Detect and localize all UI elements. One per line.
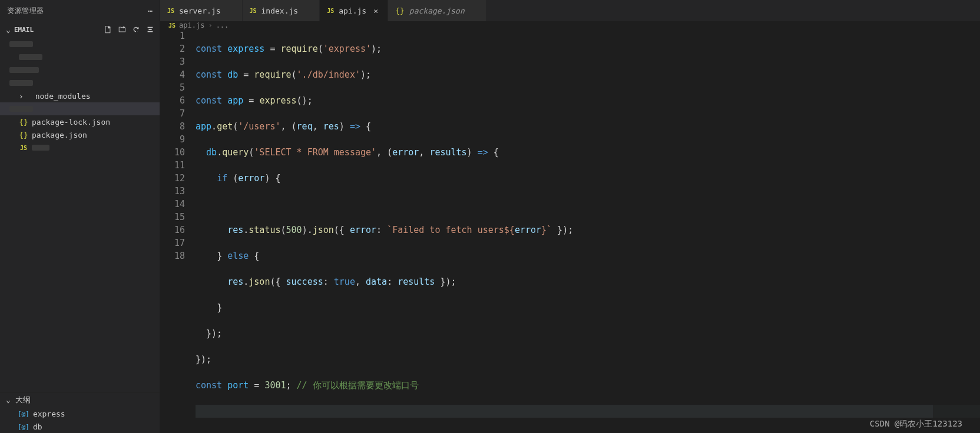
chevron-down-icon: ⌄ (4, 25, 13, 34)
tab-api-js[interactable]: JSapi.js× (320, 0, 388, 21)
chevron-right-icon: › (19, 92, 24, 101)
tab-package-json[interactable]: {}package.json× (388, 0, 486, 21)
json-icon: {} (395, 6, 405, 15)
section-actions (103, 25, 155, 34)
tree-item[interactable] (0, 102, 160, 115)
file-tree: › node_modules {}package-lock.json {}pac… (0, 38, 160, 392)
tree-item[interactable] (0, 64, 160, 76)
code-content[interactable]: const express = require('express'); cons… (196, 29, 980, 433)
tab-index-js[interactable]: JSindex.js× (243, 0, 320, 21)
json-icon: {} (19, 130, 28, 139)
main: JSserver.js× JSindex.js× JSapi.js× {}pac… (160, 0, 980, 433)
tree-item[interactable] (0, 76, 160, 89)
outline-header[interactable]: ⌄ 大纲 (0, 392, 160, 407)
tree-item-package-lock[interactable]: {}package-lock.json (0, 115, 160, 128)
js-icon: JS (250, 8, 257, 14)
new-folder-icon[interactable] (117, 25, 127, 34)
tree-item[interactable] (0, 51, 160, 64)
minimap[interactable] (933, 29, 980, 433)
js-icon: JS (167, 8, 174, 14)
refresh-icon[interactable] (131, 25, 141, 34)
tree-item[interactable] (0, 38, 160, 51)
sidebar-header: 资源管理器 ⋯ (0, 0, 160, 21)
chevron-down-icon: ⌄ (4, 395, 13, 404)
json-icon: {} (19, 117, 28, 126)
variable-icon: [@] (18, 423, 29, 431)
new-file-icon[interactable] (103, 25, 112, 34)
tab-server-js[interactable]: JSserver.js× (160, 0, 243, 21)
tree-item-js[interactable]: JS (0, 141, 160, 154)
collapse-icon[interactable] (145, 25, 155, 34)
variable-icon: [@] (18, 410, 29, 418)
close-icon[interactable]: × (371, 6, 380, 15)
js-icon: JS (327, 8, 334, 14)
js-icon: JS (19, 143, 28, 152)
tree-item-package-json[interactable]: {}package.json (0, 128, 160, 141)
outline-item-express[interactable]: [@]express (18, 407, 160, 420)
outline-section: ⌄ 大纲 [@]express [@]db (0, 392, 160, 433)
code-editor[interactable]: 123456789101112131415161718 const expres… (160, 29, 980, 433)
breadcrumb[interactable]: JS api.js › ... (160, 21, 980, 29)
sidebar: 资源管理器 ⋯ ⌄ EMAIL › node_modules {}package… (0, 0, 160, 433)
section-label: EMAIL (14, 26, 34, 34)
folder-section-header[interactable]: ⌄ EMAIL (0, 21, 160, 38)
chevron-right-icon: › (208, 21, 212, 29)
js-icon: JS (168, 22, 176, 29)
outline-item-db[interactable]: [@]db (18, 420, 160, 433)
tree-item-node-modules[interactable]: › node_modules (0, 89, 160, 102)
watermark: CSDN @码农小王123123 (870, 419, 962, 429)
tab-bar: JSserver.js× JSindex.js× JSapi.js× {}pac… (160, 0, 980, 21)
more-icon[interactable]: ⋯ (148, 6, 153, 15)
explorer-title: 资源管理器 (7, 6, 44, 16)
line-gutter: 123456789101112131415161718 (160, 29, 196, 433)
